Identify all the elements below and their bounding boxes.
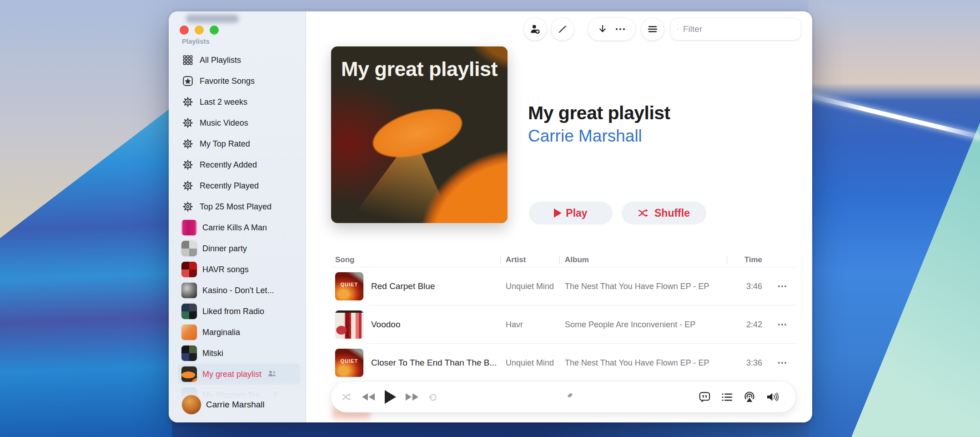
row-menu-button[interactable] xyxy=(769,362,796,364)
sidebar: Playlists All Playlists xyxy=(169,11,306,422)
edit-pencil-icon xyxy=(557,24,568,35)
more-button[interactable] xyxy=(614,24,626,35)
sidebar-item-havr-songs[interactable]: HAVR songs xyxy=(178,259,300,280)
repeat-button[interactable] xyxy=(427,392,438,402)
download-button[interactable] xyxy=(597,24,608,35)
view-options-button[interactable] xyxy=(641,18,664,41)
queue-icon[interactable] xyxy=(721,391,733,403)
wallpaper-cream-wedge xyxy=(0,0,172,437)
sidebar-item-my-top-rated[interactable]: My Top Rated xyxy=(178,133,300,154)
player-right-controls xyxy=(699,381,779,412)
playlist-list: All Playlists Favorite Songs xyxy=(169,50,306,406)
sidebar-item-label: All Playlists xyxy=(200,56,241,65)
sidebar-item-dinner-party[interactable]: Dinner party xyxy=(178,238,300,259)
song-time: 3:46 xyxy=(727,282,769,291)
shuffle-icon xyxy=(638,208,650,218)
album-art xyxy=(335,310,363,339)
sidebar-item-label: My Top Rated xyxy=(200,139,250,149)
play-pause-button[interactable] xyxy=(384,390,397,404)
track-table: Song Artist Album Time QUIET Red Carpet … xyxy=(331,253,796,382)
sidebar-item-label: Recently Added xyxy=(200,160,257,170)
playlist-artwork: My great playlist xyxy=(331,46,508,223)
view-options-icon xyxy=(647,24,658,35)
sidebar-item-top-25-most-played[interactable]: Top 25 Most Played xyxy=(178,196,300,217)
sidebar-item-liked-from-radio[interactable]: Liked from Radio xyxy=(178,301,300,322)
add-collaborator-icon xyxy=(529,23,541,35)
table-row[interactable]: Voodoo Havr Some People Are Inconvenient… xyxy=(331,305,796,344)
close-button[interactable] xyxy=(180,25,189,35)
download-more-group xyxy=(588,18,635,41)
account-name: Carrie Marshall xyxy=(206,395,265,414)
account-footer: Carrie Marshall xyxy=(169,381,306,422)
main-content: My great playlist My great playlist Carr… xyxy=(306,11,812,422)
music-app-window: Playlists All Playlists xyxy=(169,11,812,422)
search-icon xyxy=(677,25,678,34)
play-icon xyxy=(554,208,562,218)
sidebar-item-recently-added[interactable]: Recently Added xyxy=(178,154,300,175)
sidebar-item-label: Kasino - Don't Let... xyxy=(202,286,274,295)
sidebar-item-all-playlists[interactable]: All Playlists xyxy=(178,50,300,71)
table-row[interactable]: QUIET Red Carpet Blue Unquiet Mind The N… xyxy=(331,267,796,305)
search-input[interactable] xyxy=(683,24,794,34)
wallpaper-light-streak xyxy=(809,90,980,141)
column-header-song[interactable]: Song xyxy=(331,255,500,264)
sidebar-item-recently-played[interactable]: Recently Played xyxy=(178,175,300,196)
gear-icon xyxy=(181,137,194,150)
artwork-title-text: My great playlist xyxy=(331,57,508,81)
window-controls xyxy=(180,25,219,35)
wallpaper-left xyxy=(0,0,172,437)
column-header-time[interactable]: Time xyxy=(727,255,769,264)
sidebar-item-label: Last 2 weeks xyxy=(200,97,247,107)
sidebar-item-label: Carrie Kills A Man xyxy=(202,223,267,233)
wallpaper-mint-wedge xyxy=(809,0,980,437)
artist-link[interactable]: Carrie Marshall xyxy=(528,127,642,146)
shuffle-button[interactable]: Shuffle xyxy=(622,202,706,224)
song-time: 2:42 xyxy=(727,320,769,330)
song-title: Red Carpet Blue xyxy=(371,281,435,291)
transport-controls xyxy=(342,381,438,412)
sidebar-item-carrie-kills-a-man[interactable]: Carrie Kills A Man xyxy=(178,217,300,238)
desktop-wallpaper: Playlists All Playlists xyxy=(0,0,980,437)
song-title: Closer To The End Than The B... xyxy=(371,358,497,368)
minimize-button[interactable] xyxy=(195,25,204,35)
shuffle-toggle-button[interactable] xyxy=(342,392,353,401)
filter-search-field[interactable] xyxy=(671,18,801,40)
sidebar-item-kasino[interactable]: Kasino - Don't Let... xyxy=(178,280,300,301)
playlist-art-thumbnail xyxy=(181,262,197,277)
page-title: My great playlist xyxy=(528,102,670,124)
edit-button[interactable] xyxy=(551,18,574,41)
column-header-artist[interactable]: Artist xyxy=(500,255,559,264)
row-menu-button[interactable] xyxy=(769,285,796,287)
collaborative-people-icon xyxy=(268,370,277,379)
more-ellipsis-icon xyxy=(614,24,626,35)
playlist-art-thumbnail xyxy=(181,304,197,319)
wallpaper-right xyxy=(809,0,980,437)
column-header-album[interactable]: Album xyxy=(559,255,727,264)
sidebar-item-favorite-songs[interactable]: Favorite Songs xyxy=(178,71,300,91)
sidebar-item-last-2-weeks[interactable]: Last 2 weeks xyxy=(178,91,300,112)
song-artist: Unquiet Mind xyxy=(500,358,559,368)
next-button[interactable] xyxy=(405,393,419,401)
airplay-icon[interactable] xyxy=(743,391,756,403)
playlist-art-thumbnail xyxy=(181,220,197,235)
previous-button[interactable] xyxy=(362,393,375,401)
avatar[interactable] xyxy=(182,395,201,414)
sidebar-item-label: Mitski xyxy=(202,349,223,358)
gear-icon xyxy=(181,158,194,171)
lyrics-icon[interactable] xyxy=(699,391,711,403)
volume-icon[interactable] xyxy=(766,391,779,403)
add-collaborator-button[interactable] xyxy=(524,18,547,41)
sidebar-item-marginalia[interactable]: Marginalia xyxy=(178,322,300,343)
song-album: The Nest That You Have Flown EP - EP xyxy=(559,358,727,368)
gear-icon xyxy=(181,96,194,108)
playlist-art-thumbnail xyxy=(181,283,197,298)
sidebar-item-mitski[interactable]: Mitski xyxy=(178,343,300,364)
player-bar xyxy=(331,381,796,412)
row-menu-button[interactable] xyxy=(769,324,796,325)
zoom-button[interactable] xyxy=(210,25,219,35)
table-header: Song Artist Album Time xyxy=(331,253,796,267)
play-button[interactable]: Play xyxy=(529,202,613,224)
table-row[interactable]: QUIET Closer To The End Than The B... Un… xyxy=(331,344,796,382)
star-square-icon xyxy=(181,75,194,87)
sidebar-item-music-videos[interactable]: Music Videos xyxy=(178,112,300,133)
